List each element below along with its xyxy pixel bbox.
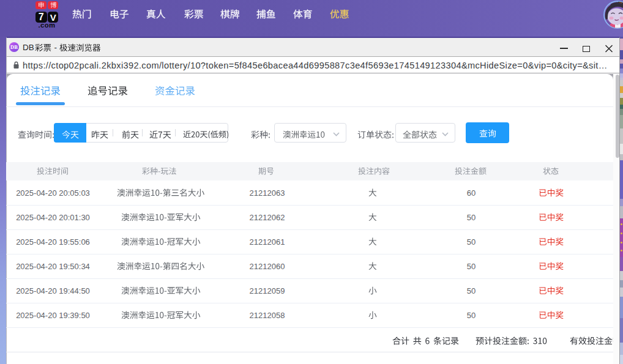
svg-text:DB: DB: [10, 44, 18, 50]
